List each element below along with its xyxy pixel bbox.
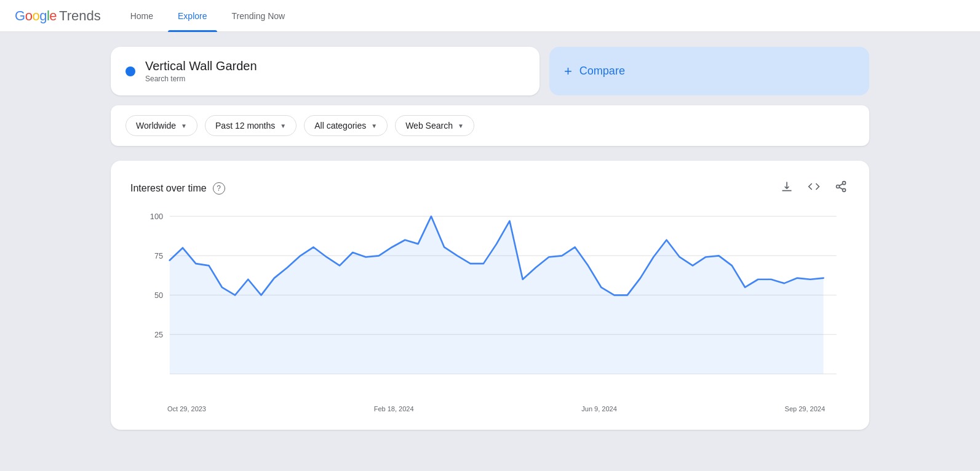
chart-container: 100 75 50 25 Oct 29, 2023 Feb 18, 2024 J… xyxy=(130,203,850,413)
search-type: Search term xyxy=(145,74,257,83)
x-label-2: Feb 18, 2024 xyxy=(374,405,414,413)
time-filter[interactable]: Past 12 months ▼ xyxy=(205,115,297,136)
download-button[interactable] xyxy=(778,178,795,198)
chart-title-area: Interest over time ? xyxy=(130,182,225,195)
app-header: Google Trends Home Explore Trending Now xyxy=(0,0,980,32)
share-button[interactable] xyxy=(832,178,850,198)
svg-text:100: 100 xyxy=(150,212,163,221)
nav-explore[interactable]: Explore xyxy=(168,0,217,32)
svg-text:25: 25 xyxy=(154,330,163,339)
logo: Google Trends xyxy=(15,8,101,24)
main-content: Vertical Wall Garden Search term + Compa… xyxy=(0,32,980,445)
search-term: Vertical Wall Garden xyxy=(145,59,257,73)
location-filter[interactable]: Worldwide ▼ xyxy=(125,115,197,136)
compare-plus-icon: + xyxy=(564,63,572,79)
svg-point-1 xyxy=(837,185,840,188)
search-area: Vertical Wall Garden Search term + Compa… xyxy=(111,47,869,95)
search-dot xyxy=(125,66,135,76)
trend-area xyxy=(170,216,824,374)
filters-bar: Worldwide ▼ Past 12 months ▼ All categor… xyxy=(111,105,869,146)
x-label-1: Oct 29, 2023 xyxy=(167,405,206,413)
search-type-filter-label: Web Search xyxy=(405,121,453,131)
svg-line-3 xyxy=(839,187,843,189)
logo-trends-text: Trends xyxy=(59,8,101,24)
x-axis-labels: Oct 29, 2023 Feb 18, 2024 Jun 9, 2024 Se… xyxy=(130,405,850,413)
category-chevron-icon: ▼ xyxy=(371,123,377,129)
svg-point-0 xyxy=(843,182,846,185)
chart-header: Interest over time ? xyxy=(130,178,850,198)
category-filter[interactable]: All categories ▼ xyxy=(304,115,388,136)
chart-actions xyxy=(778,178,850,198)
nav-home[interactable]: Home xyxy=(121,0,163,32)
x-label-3: Jun 9, 2024 xyxy=(581,405,617,413)
chart-card: Interest over time ? xyxy=(111,161,869,430)
search-text: Vertical Wall Garden Search term xyxy=(145,59,257,83)
time-filter-label: Past 12 months xyxy=(215,121,275,131)
nav-trending-now[interactable]: Trending Now xyxy=(222,0,295,32)
trend-chart: 100 75 50 25 xyxy=(130,203,850,400)
main-nav: Home Explore Trending Now xyxy=(121,0,295,32)
svg-text:50: 50 xyxy=(154,291,163,300)
search-type-filter[interactable]: Web Search ▼ xyxy=(395,115,474,136)
svg-line-4 xyxy=(839,183,843,185)
location-filter-label: Worldwide xyxy=(136,121,176,131)
svg-text:75: 75 xyxy=(154,251,163,260)
location-chevron-icon: ▼ xyxy=(181,123,187,129)
search-box[interactable]: Vertical Wall Garden Search term xyxy=(111,47,540,95)
search-type-chevron-icon: ▼ xyxy=(458,123,464,129)
category-filter-label: All categories xyxy=(314,121,366,131)
help-icon[interactable]: ? xyxy=(213,182,225,195)
compare-label: Compare xyxy=(580,65,625,78)
embed-button[interactable] xyxy=(805,178,823,198)
svg-point-2 xyxy=(843,188,846,191)
chart-title: Interest over time xyxy=(130,183,207,194)
logo-google-text: Google xyxy=(15,8,57,24)
compare-box[interactable]: + Compare xyxy=(549,47,869,95)
x-label-4: Sep 29, 2024 xyxy=(785,405,825,413)
time-chevron-icon: ▼ xyxy=(280,123,286,129)
